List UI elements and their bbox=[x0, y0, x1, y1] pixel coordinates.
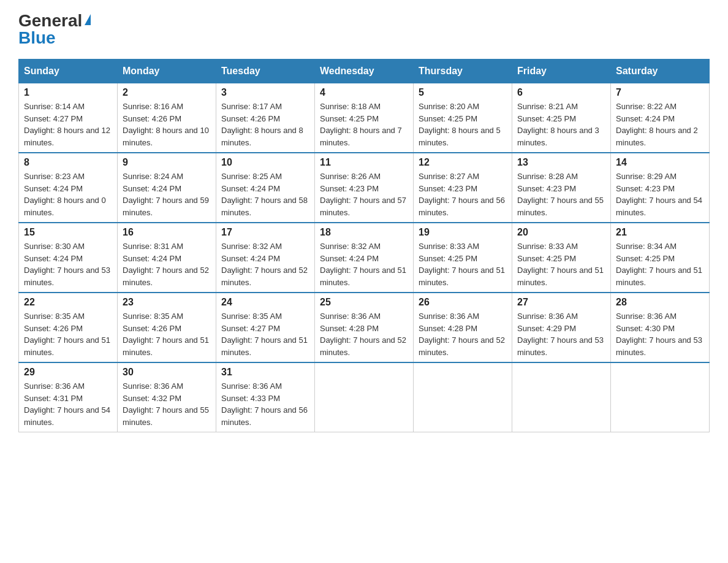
calendar-table: SundayMondayTuesdayWednesdayThursdayFrid… bbox=[18, 59, 710, 432]
week-row-0: 1Sunrise: 8:14 AMSunset: 4:27 PMDaylight… bbox=[19, 83, 710, 153]
day-number: 15 bbox=[24, 227, 112, 238]
day-info: Sunrise: 8:36 AMSunset: 4:29 PMDaylight:… bbox=[517, 310, 605, 358]
day-info: Sunrise: 8:36 AMSunset: 4:30 PMDaylight:… bbox=[616, 310, 704, 358]
logo-general-text: General bbox=[18, 12, 82, 29]
day-number: 27 bbox=[517, 297, 605, 308]
day-info: Sunrise: 8:36 AMSunset: 4:28 PMDaylight:… bbox=[320, 310, 408, 358]
day-info: Sunrise: 8:25 AMSunset: 4:24 PMDaylight:… bbox=[221, 170, 309, 218]
day-number: 17 bbox=[221, 227, 309, 238]
day-info: Sunrise: 8:35 AMSunset: 4:26 PMDaylight:… bbox=[24, 310, 112, 358]
day-number: 19 bbox=[419, 227, 507, 238]
logo: General Blue bbox=[18, 12, 91, 47]
day-number: 2 bbox=[123, 87, 211, 98]
day-number: 9 bbox=[123, 157, 211, 168]
day-info: Sunrise: 8:36 AMSunset: 4:31 PMDaylight:… bbox=[24, 380, 112, 428]
day-info: Sunrise: 8:16 AMSunset: 4:26 PMDaylight:… bbox=[123, 101, 211, 148]
day-number: 12 bbox=[419, 157, 507, 168]
day-number: 20 bbox=[517, 227, 605, 238]
day-info: Sunrise: 8:32 AMSunset: 4:24 PMDaylight:… bbox=[320, 240, 408, 288]
day-cell: 13Sunrise: 8:28 AMSunset: 4:23 PMDayligh… bbox=[512, 153, 611, 223]
day-cell: 30Sunrise: 8:36 AMSunset: 4:32 PMDayligh… bbox=[118, 362, 216, 432]
day-number: 6 bbox=[517, 87, 605, 98]
day-info: Sunrise: 8:32 AMSunset: 4:24 PMDaylight:… bbox=[221, 240, 309, 288]
day-cell: 4Sunrise: 8:18 AMSunset: 4:25 PMDaylight… bbox=[315, 83, 414, 153]
day-cell: 17Sunrise: 8:32 AMSunset: 4:24 PMDayligh… bbox=[216, 223, 315, 293]
day-number: 4 bbox=[320, 87, 408, 98]
day-cell: 6Sunrise: 8:21 AMSunset: 4:25 PMDaylight… bbox=[512, 83, 611, 153]
day-number: 5 bbox=[419, 87, 507, 98]
day-number: 11 bbox=[320, 157, 408, 168]
day-number: 13 bbox=[517, 157, 605, 168]
header-friday: Friday bbox=[512, 59, 611, 83]
day-info: Sunrise: 8:36 AMSunset: 4:32 PMDaylight:… bbox=[123, 380, 211, 428]
day-cell: 18Sunrise: 8:32 AMSunset: 4:24 PMDayligh… bbox=[315, 223, 414, 293]
logo-triangle-icon bbox=[85, 14, 91, 25]
day-info: Sunrise: 8:31 AMSunset: 4:24 PMDaylight:… bbox=[123, 240, 211, 288]
day-cell: 16Sunrise: 8:31 AMSunset: 4:24 PMDayligh… bbox=[118, 223, 216, 293]
day-cell: 22Sunrise: 8:35 AMSunset: 4:26 PMDayligh… bbox=[19, 293, 118, 362]
day-info: Sunrise: 8:28 AMSunset: 4:23 PMDaylight:… bbox=[517, 170, 605, 218]
day-cell: 31Sunrise: 8:36 AMSunset: 4:33 PMDayligh… bbox=[216, 362, 315, 432]
day-cell: 25Sunrise: 8:36 AMSunset: 4:28 PMDayligh… bbox=[315, 293, 414, 362]
header-monday: Monday bbox=[118, 59, 216, 83]
day-info: Sunrise: 8:21 AMSunset: 4:25 PMDaylight:… bbox=[517, 101, 605, 148]
day-cell: 26Sunrise: 8:36 AMSunset: 4:28 PMDayligh… bbox=[414, 293, 512, 362]
day-info: Sunrise: 8:29 AMSunset: 4:23 PMDaylight:… bbox=[616, 170, 704, 218]
day-number: 22 bbox=[24, 297, 112, 308]
day-cell: 29Sunrise: 8:36 AMSunset: 4:31 PMDayligh… bbox=[19, 362, 118, 432]
day-cell bbox=[512, 362, 611, 432]
logo-blue-text: Blue bbox=[18, 29, 56, 47]
day-cell: 19Sunrise: 8:33 AMSunset: 4:25 PMDayligh… bbox=[414, 223, 512, 293]
day-cell: 24Sunrise: 8:35 AMSunset: 4:27 PMDayligh… bbox=[216, 293, 315, 362]
day-info: Sunrise: 8:14 AMSunset: 4:27 PMDaylight:… bbox=[24, 101, 112, 148]
day-number: 10 bbox=[221, 157, 309, 168]
day-number: 29 bbox=[24, 367, 112, 378]
day-cell: 10Sunrise: 8:25 AMSunset: 4:24 PMDayligh… bbox=[216, 153, 315, 223]
week-row-4: 29Sunrise: 8:36 AMSunset: 4:31 PMDayligh… bbox=[19, 362, 710, 432]
day-number: 26 bbox=[419, 297, 507, 308]
day-number: 30 bbox=[123, 367, 211, 378]
day-info: Sunrise: 8:33 AMSunset: 4:25 PMDaylight:… bbox=[517, 240, 605, 288]
week-row-3: 22Sunrise: 8:35 AMSunset: 4:26 PMDayligh… bbox=[19, 293, 710, 362]
header-wednesday: Wednesday bbox=[315, 59, 414, 83]
header-saturday: Saturday bbox=[611, 59, 710, 83]
day-cell: 12Sunrise: 8:27 AMSunset: 4:23 PMDayligh… bbox=[414, 153, 512, 223]
day-cell: 28Sunrise: 8:36 AMSunset: 4:30 PMDayligh… bbox=[611, 293, 710, 362]
day-info: Sunrise: 8:36 AMSunset: 4:33 PMDaylight:… bbox=[221, 380, 309, 428]
day-cell bbox=[414, 362, 512, 432]
day-number: 31 bbox=[221, 367, 309, 378]
day-info: Sunrise: 8:22 AMSunset: 4:24 PMDaylight:… bbox=[616, 101, 704, 148]
day-cell: 9Sunrise: 8:24 AMSunset: 4:24 PMDaylight… bbox=[118, 153, 216, 223]
day-cell: 1Sunrise: 8:14 AMSunset: 4:27 PMDaylight… bbox=[19, 83, 118, 153]
day-info: Sunrise: 8:27 AMSunset: 4:23 PMDaylight:… bbox=[419, 170, 507, 218]
day-info: Sunrise: 8:34 AMSunset: 4:25 PMDaylight:… bbox=[616, 240, 704, 288]
day-info: Sunrise: 8:20 AMSunset: 4:25 PMDaylight:… bbox=[419, 101, 507, 148]
day-cell bbox=[315, 362, 414, 432]
day-number: 28 bbox=[616, 297, 704, 308]
day-info: Sunrise: 8:23 AMSunset: 4:24 PMDaylight:… bbox=[24, 170, 112, 218]
day-number: 18 bbox=[320, 227, 408, 238]
day-number: 14 bbox=[616, 157, 704, 168]
day-cell: 15Sunrise: 8:30 AMSunset: 4:24 PMDayligh… bbox=[19, 223, 118, 293]
day-cell: 14Sunrise: 8:29 AMSunset: 4:23 PMDayligh… bbox=[611, 153, 710, 223]
day-cell: 20Sunrise: 8:33 AMSunset: 4:25 PMDayligh… bbox=[512, 223, 611, 293]
week-row-2: 15Sunrise: 8:30 AMSunset: 4:24 PMDayligh… bbox=[19, 223, 710, 293]
day-cell: 7Sunrise: 8:22 AMSunset: 4:24 PMDaylight… bbox=[611, 83, 710, 153]
day-info: Sunrise: 8:26 AMSunset: 4:23 PMDaylight:… bbox=[320, 170, 408, 218]
day-info: Sunrise: 8:24 AMSunset: 4:24 PMDaylight:… bbox=[123, 170, 211, 218]
header-tuesday: Tuesday bbox=[216, 59, 315, 83]
day-cell: 2Sunrise: 8:16 AMSunset: 4:26 PMDaylight… bbox=[118, 83, 216, 153]
day-info: Sunrise: 8:17 AMSunset: 4:26 PMDaylight:… bbox=[221, 101, 309, 148]
day-number: 8 bbox=[24, 157, 112, 168]
day-info: Sunrise: 8:35 AMSunset: 4:26 PMDaylight:… bbox=[123, 310, 211, 358]
day-info: Sunrise: 8:18 AMSunset: 4:25 PMDaylight:… bbox=[320, 101, 408, 148]
week-row-1: 8Sunrise: 8:23 AMSunset: 4:24 PMDaylight… bbox=[19, 153, 710, 223]
day-cell: 27Sunrise: 8:36 AMSunset: 4:29 PMDayligh… bbox=[512, 293, 611, 362]
day-cell: 8Sunrise: 8:23 AMSunset: 4:24 PMDaylight… bbox=[19, 153, 118, 223]
day-number: 16 bbox=[123, 227, 211, 238]
day-number: 3 bbox=[221, 87, 309, 98]
day-cell: 11Sunrise: 8:26 AMSunset: 4:23 PMDayligh… bbox=[315, 153, 414, 223]
day-cell: 3Sunrise: 8:17 AMSunset: 4:26 PMDaylight… bbox=[216, 83, 315, 153]
day-info: Sunrise: 8:36 AMSunset: 4:28 PMDaylight:… bbox=[419, 310, 507, 358]
day-number: 7 bbox=[616, 87, 704, 98]
